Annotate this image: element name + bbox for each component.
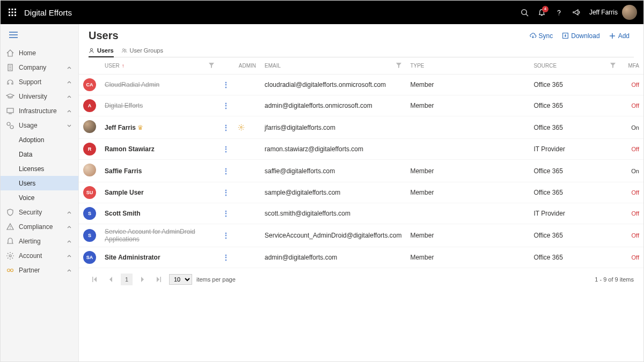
- chevron-up-icon: [67, 224, 73, 230]
- pager-prev[interactable]: [105, 274, 116, 285]
- page-title: Users: [89, 29, 525, 42]
- sidebar-subitem-licenses[interactable]: Licenses: [1, 161, 78, 176]
- row-actions-icon[interactable]: ⋮: [223, 210, 229, 217]
- table-row[interactable]: SScott Smith⋮scott.smith@digitalefforts.…: [79, 203, 643, 224]
- sidebar-item-usage[interactable]: Usage: [1, 118, 78, 132]
- notifications-icon[interactable]: 4: [533, 4, 551, 21]
- pager-page-size[interactable]: 10: [169, 274, 192, 285]
- pager-summary: 1 - 9 of 9 items: [595, 276, 634, 283]
- sidebar-item-compliance[interactable]: Compliance: [1, 219, 78, 234]
- link-icon: [6, 266, 14, 275]
- svg-point-27: [11, 269, 13, 271]
- svg-rect-5: [14, 12, 16, 13]
- type-cell: Member: [406, 247, 529, 268]
- svg-point-26: [8, 269, 10, 271]
- col-type[interactable]: Type: [406, 57, 529, 75]
- row-actions-icon[interactable]: ⋮: [223, 145, 229, 153]
- sidebar-subitem-voice[interactable]: Voice: [1, 190, 78, 205]
- mfa-status: On: [631, 168, 639, 174]
- row-actions-icon[interactable]: ⋮: [223, 254, 229, 261]
- download-button[interactable]: Download: [557, 30, 604, 42]
- row-actions-icon[interactable]: ⋮: [223, 124, 229, 131]
- row-actions-icon[interactable]: ⋮: [223, 81, 229, 88]
- notification-badge: 4: [542, 6, 548, 12]
- sidebar-subitem-data[interactable]: Data: [1, 147, 78, 161]
- pager-first[interactable]: [89, 274, 100, 285]
- plus-icon: [609, 32, 616, 40]
- pager-last[interactable]: [153, 274, 165, 285]
- svg-rect-4: [12, 12, 13, 13]
- filter-icon[interactable]: [396, 63, 401, 68]
- avatar: CA: [83, 78, 96, 91]
- col-email[interactable]: Email: [260, 57, 406, 75]
- table-row[interactable]: ADigital Efforts⋮admin@digitalefforts.on…: [79, 95, 643, 116]
- row-actions-icon[interactable]: ⋮: [223, 232, 229, 239]
- table-row[interactable]: CACloudRadial Admin⋮cloudradial@digitale…: [79, 75, 643, 95]
- avatar: A: [83, 99, 96, 112]
- sidebar-item-university[interactable]: University: [1, 89, 78, 104]
- sidebar-item-partner[interactable]: Partner: [1, 263, 78, 277]
- sidebar-item-label: University: [19, 93, 67, 100]
- pager-current-page[interactable]: 1: [121, 274, 133, 285]
- download-label: Download: [571, 32, 599, 40]
- tab-user-groups[interactable]: User Groups: [121, 45, 163, 57]
- sidebar-item-home[interactable]: Home: [1, 46, 78, 60]
- table-row[interactable]: SASite Administrator⋮admin@digitaleffort…: [79, 247, 643, 268]
- col-user[interactable]: User↑: [100, 57, 218, 75]
- app-launcher-icon[interactable]: [5, 5, 20, 20]
- col-source[interactable]: Source: [529, 57, 620, 75]
- mfa-status: Off: [632, 146, 639, 152]
- sidebar-subitem-users[interactable]: Users: [1, 176, 78, 190]
- table-row[interactable]: Saffie Farris⋮saffie@digitalefforts.comM…: [79, 160, 643, 182]
- email-cell: admin@digitalefforts.com: [260, 247, 406, 268]
- mfa-status: Off: [632, 232, 639, 239]
- svg-point-34: [240, 127, 242, 128]
- sidebar-item-alerting[interactable]: Alerting: [1, 234, 78, 248]
- user-name: CloudRadial Admin: [105, 81, 159, 88]
- megaphone-icon[interactable]: [568, 4, 585, 21]
- sidebar-item-label: Infrastructure: [19, 107, 67, 115]
- svg-point-11: [559, 14, 559, 15]
- user-menu[interactable]: Jeff Farris: [589, 5, 637, 20]
- table-row[interactable]: SService Account for AdminDroid Applicat…: [79, 224, 643, 247]
- table-row[interactable]: Jeff Farris♛⋮jfarris@digitalefforts.comO…: [79, 116, 643, 139]
- tab-label: User Groups: [130, 47, 163, 54]
- source-cell: Office 365: [529, 247, 620, 268]
- avatar: R: [83, 143, 96, 156]
- table-row[interactable]: SUSample User⋮sample@digitalefforts.comM…: [79, 182, 643, 203]
- col-mfa[interactable]: MFA: [620, 57, 643, 75]
- type-cell: Member: [406, 160, 529, 182]
- help-icon[interactable]: [551, 4, 568, 21]
- filter-icon[interactable]: [610, 63, 616, 68]
- sidebar-item-company[interactable]: Company: [1, 60, 78, 75]
- type-cell: [406, 139, 529, 160]
- chevron-up-icon: [67, 268, 73, 273]
- sidebar-item-infrastructure[interactable]: Infrastructure: [1, 104, 78, 118]
- col-admin[interactable]: Admin: [233, 57, 260, 75]
- add-button[interactable]: Add: [604, 30, 634, 42]
- user-name: Jeff Farris: [589, 9, 618, 16]
- pager-next[interactable]: [137, 274, 149, 285]
- email-cell: sample@digitalefforts.com: [260, 182, 406, 203]
- sidebar-item-security[interactable]: Security: [1, 205, 78, 219]
- sort-asc-icon: ↑: [122, 63, 125, 69]
- filter-icon[interactable]: [209, 63, 214, 68]
- mfa-status: Off: [632, 189, 639, 196]
- user-name: Jeff Farris: [105, 124, 136, 131]
- sidebar-toggle[interactable]: [1, 24, 78, 46]
- table-row[interactable]: RRamon Stawiarz⋮ramon.stawiarz@digitalef…: [79, 139, 643, 160]
- sidebar-subitem-adoption[interactable]: Adoption: [1, 132, 78, 147]
- sidebar-item-account[interactable]: Account: [1, 248, 78, 263]
- sync-button[interactable]: Sync: [525, 30, 558, 42]
- sidebar-item-label: Usage: [19, 122, 67, 129]
- row-actions-icon[interactable]: ⋮: [223, 189, 229, 196]
- search-icon[interactable]: [516, 4, 533, 21]
- warning-icon: [6, 223, 14, 231]
- tab-users[interactable]: Users: [89, 45, 114, 57]
- user-name: Scott Smith: [105, 210, 141, 217]
- row-actions-icon[interactable]: ⋮: [223, 167, 229, 175]
- row-actions-icon[interactable]: ⋮: [223, 102, 229, 109]
- users-icon: [121, 48, 127, 54]
- pager: 1 10 items per page 1 - 9 of 9 items: [79, 268, 643, 291]
- sidebar-item-support[interactable]: Support: [1, 75, 78, 89]
